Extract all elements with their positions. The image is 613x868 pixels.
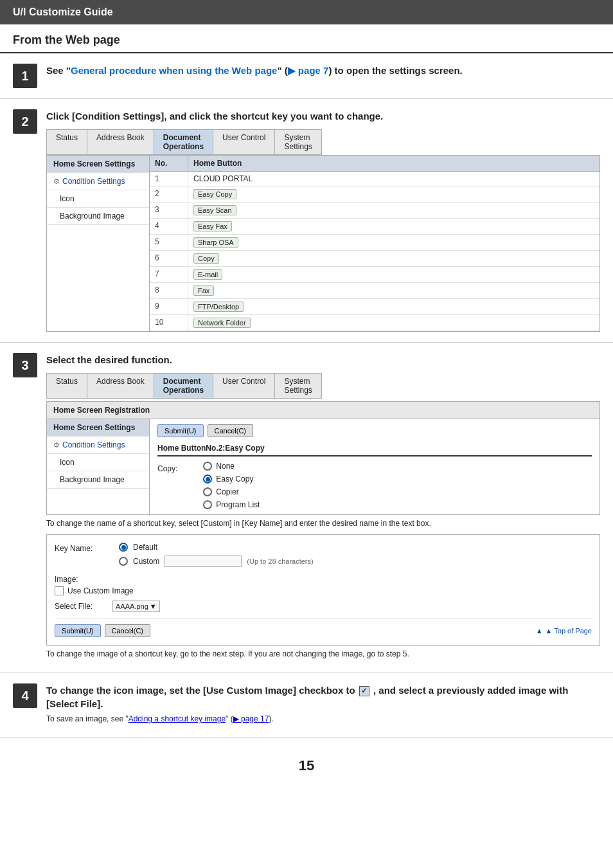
step-3: 3 Select the desired function. Status Ad… — [0, 343, 613, 673]
table-row[interactable]: 2 Easy Copy — [150, 186, 600, 203]
copy-label: Copy: — [157, 462, 177, 473]
home-btn-label: Home ButtonNo.2:Easy Copy — [157, 444, 592, 457]
use-custom-image-checkbox[interactable] — [55, 586, 64, 595]
sidebar-background-image[interactable]: Background Image — [47, 208, 149, 225]
cancel-button-2[interactable]: Cancel(C) — [105, 624, 151, 637]
sidebar-home-screen[interactable]: Home Screen Settings — [47, 156, 149, 173]
radio-none[interactable]: None — [203, 462, 260, 471]
table-row[interactable]: 8 Fax — [150, 283, 600, 299]
step-3-title: Select the desired function. — [46, 353, 600, 366]
top-of-page-link[interactable]: ▲ ▲ Top of Page — [536, 627, 592, 635]
image-section: Image: Use Custom Image — [55, 575, 592, 595]
tab-user-control[interactable]: User Control — [213, 129, 274, 155]
key-name-label: Key Name: — [55, 543, 106, 553]
tab3-system-settings[interactable]: SystemSettings — [274, 373, 321, 399]
reg-main: Submit(U) Cancel(C) Home ButtonNo.2:Easy… — [150, 419, 600, 514]
dropdown-arrow-icon: ▼ — [150, 602, 157, 610]
sidebar-icon[interactable]: Icon — [47, 190, 149, 208]
image-label: Image: — [55, 575, 592, 584]
table-row[interactable]: 6 Copy — [150, 251, 600, 267]
tab-system-settings[interactable]: SystemSettings — [274, 129, 321, 155]
sidebar-condition-settings[interactable]: ⚙ Condition Settings — [47, 173, 149, 190]
radio-custom[interactable] — [119, 557, 128, 566]
tab-status[interactable]: Status — [46, 129, 87, 155]
submit-button-2[interactable]: Submit(U) — [55, 624, 101, 637]
step-1-title: See "General procedure when using the We… — [46, 64, 600, 77]
submit-button[interactable]: Submit(U) — [157, 424, 204, 437]
step-2-title: Click [Condition Settings], and click th… — [46, 109, 600, 123]
key-name-panel: Key Name: Default Custom (Up to 28 chara… — [46, 534, 600, 646]
select-file-dropdown[interactable]: AAAA.png ▼ — [112, 601, 160, 612]
table-row[interactable]: 10 Network Folder — [150, 315, 600, 331]
radio-group: None Easy Copy Copier — [203, 462, 260, 509]
table-row[interactable]: 3 Easy Scan — [150, 203, 600, 219]
reg-sidebar-home-screen[interactable]: Home Screen Settings — [47, 419, 149, 437]
step-4: 4 To change the icon image, set the [Use… — [0, 673, 613, 738]
step-4-title: To change the icon image, set the [Use C… — [46, 683, 600, 710]
step-number-3: 3 — [13, 353, 37, 377]
tab-document-operations[interactable]: DocumentOperations — [154, 129, 213, 155]
step3-nav-tabs: Status Address Book DocumentOperations U… — [46, 373, 600, 399]
step-3-content: Select the desired function. Status Addr… — [46, 353, 600, 662]
reg-sidebar: Home Screen Settings ⚙ Condition Setting… — [47, 419, 150, 514]
step-2-content: Click [Condition Settings], and click th… — [46, 109, 600, 332]
step2-sidebar: Home Screen Settings ⚙ Condition Setting… — [47, 156, 150, 331]
step-number-2: 2 — [13, 109, 37, 134]
reg-panel-body: Home Screen Settings ⚙ Condition Setting… — [47, 419, 600, 514]
step4-page-ref[interactable]: ▶ page 17 — [233, 714, 269, 723]
radio-circle-none — [203, 462, 212, 471]
table-row[interactable]: 7 E-mail — [150, 267, 600, 283]
checkbox-icon: ✓ — [359, 686, 369, 696]
radio-copier[interactable]: Copier — [203, 487, 260, 496]
key-default-label: Default — [133, 543, 157, 552]
tab3-user-control[interactable]: User Control — [213, 373, 274, 399]
select-file-label: Select File: — [55, 602, 106, 611]
step-number-1: 1 — [13, 64, 37, 88]
top-of-page-icon: ▲ — [536, 627, 543, 635]
page-title: U/I Customize Guide — [13, 6, 113, 17]
cancel-button[interactable]: Cancel(C) — [208, 424, 254, 437]
step2-settings-panel: Home Screen Settings ⚙ Condition Setting… — [46, 155, 600, 332]
step3-reg-panel: Home Screen Registration Home Screen Set… — [46, 401, 600, 515]
col-btn-header: Home Button — [188, 156, 600, 171]
radio-program-list[interactable]: Program List — [203, 500, 260, 509]
tab3-address-book[interactable]: Address Book — [87, 373, 154, 399]
copy-row: Copy: None Easy Copy — [157, 462, 592, 509]
radio-easy-copy[interactable]: Easy Copy — [203, 475, 260, 484]
step2-table-header: No. Home Button — [150, 156, 600, 172]
use-custom-image-row: Use Custom Image — [55, 586, 592, 595]
key-custom-label: Custom — [133, 557, 159, 566]
key-custom-input[interactable] — [164, 556, 242, 567]
radio-circle-copier — [203, 487, 212, 496]
gear-icon2: ⚙ — [53, 441, 60, 449]
reg-panel-header: Home Screen Registration — [47, 402, 600, 419]
col-no-header: No. — [150, 156, 188, 171]
step4-note: To save an image, see "Adding a shortcut… — [46, 714, 600, 723]
key-hint: (Up to 28 characters) — [247, 557, 313, 565]
step3-note: To change the name of a shortcut key, se… — [46, 519, 600, 528]
reg-sidebar-bg[interactable]: Background Image — [47, 471, 149, 489]
step1-page-ref[interactable]: ▶ page 7 — [288, 65, 329, 76]
radio-circle-easy-copy — [203, 475, 212, 484]
reg-sidebar-condition[interactable]: ⚙ Condition Settings — [47, 437, 149, 454]
table-row[interactable]: 9 FTP/Desktop — [150, 299, 600, 315]
tab-address-book[interactable]: Address Book — [87, 129, 154, 155]
step-1-content: See "General procedure when using the We… — [46, 64, 600, 84]
step4-link[interactable]: Adding a shortcut key image — [129, 714, 226, 723]
reg-sidebar-icon[interactable]: Icon — [47, 454, 149, 471]
table-row[interactable]: 5 Sharp OSA — [150, 235, 600, 251]
step1-link[interactable]: General procedure when using the Web pag… — [71, 65, 277, 76]
tab3-status[interactable]: Status — [46, 373, 87, 399]
page-header: U/I Customize Guide — [0, 0, 613, 24]
radio-circle-program — [203, 500, 212, 509]
table-row[interactable]: 4 Easy Fax — [150, 219, 600, 235]
tab3-document-operations[interactable]: DocumentOperations — [154, 373, 213, 399]
radio-default[interactable] — [119, 543, 128, 552]
step-1: 1 See "General procedure when using the … — [0, 53, 613, 99]
step-4-content: To change the icon image, set the [Use C… — [46, 683, 600, 727]
bottom-btn-group: Submit(U) Cancel(C) — [55, 624, 150, 637]
btn-row: Submit(U) Cancel(C) — [157, 424, 592, 437]
key-default-row: Default — [119, 543, 314, 552]
step-number-4: 4 — [13, 683, 37, 708]
step3-note2: To change the image of a shortcut key, g… — [46, 649, 600, 658]
